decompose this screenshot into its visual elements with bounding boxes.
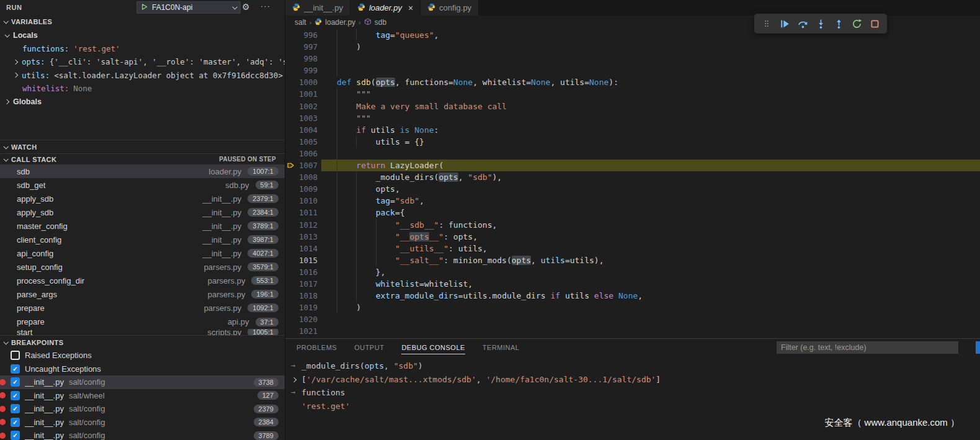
code-line[interactable]: 1019 ) [285,302,980,313]
stack-frame[interactable]: api_config__init__.py4027:1 [0,246,285,260]
code-line[interactable]: 1002 Make a very small database call [285,101,980,112]
code-line[interactable]: 997 ) [285,41,980,53]
variables-scope-locals[interactable]: Locals [0,29,285,42]
code-editor[interactable]: 996 tag="queues",997 )9989991000def sdb(… [285,29,980,338]
gutter-glyph[interactable] [285,219,297,231]
stack-frame[interactable]: prepareparsers.py1092:1 [0,301,285,315]
stack-frame[interactable]: process_config_dirparsers.py553:1 [0,274,285,287]
panel-edge-button[interactable] [976,341,980,354]
gear-icon[interactable]: ⚙ [242,2,250,11]
breakpoint-row[interactable]: ✓__init__.pysalt/config2379 [0,402,285,416]
gutter-glyph[interactable] [285,76,297,88]
code-line[interactable]: 1006 [285,148,980,159]
checkbox[interactable]: ✓ [11,391,20,400]
stack-frame[interactable]: startscripts.py1005:1 [0,329,285,335]
tab-__init__-py[interactable]: __init__.py [285,0,350,16]
stack-frame[interactable]: prepareapi.py37:1 [0,315,285,329]
exception-breakpoint[interactable]: ✓Uncaught Exceptions [0,362,285,376]
breakpoints-header[interactable]: BREAKPOINTS [0,335,285,349]
restart-icon[interactable] [850,17,863,30]
breakpoint-row[interactable]: ✓__init__.pysalt/config3738 [0,375,285,389]
panel-tab-debug-console[interactable]: DEBUG CONSOLE [401,340,465,354]
stack-frame[interactable]: master_config__init__.py3789:1 [0,219,285,233]
gutter-glyph[interactable] [285,183,297,195]
code-line[interactable]: 1013 "__opts__": opts, [285,231,980,243]
gutter-glyph[interactable] [285,278,297,290]
breadcrumb-item-symbol[interactable]: sdb [375,18,386,27]
stack-frame[interactable]: apply_sdb__init__.py2379:1 [0,192,285,205]
breakpoint-row[interactable]: ✓__init__.pysalt/config2384 [0,416,285,429]
gutter-glyph[interactable] [285,148,297,159]
close-icon[interactable]: × [408,3,413,13]
gutter-glyph[interactable] [285,171,297,183]
breakpoint-row[interactable]: ✓__init__.pysalt/config3789 [0,429,285,440]
code-line[interactable]: 1004 if utils is None: [285,124,980,136]
gutter-glyph[interactable] [285,124,297,136]
variable-utils[interactable]: utils:<salt.loader.LazyLoader object at … [0,69,285,83]
step-over-icon[interactable] [796,17,809,30]
code-line[interactable]: 1003 """ [285,112,980,124]
gutter-glyph[interactable] [285,313,297,325]
code-line[interactable]: 1007 return LazyLoader( [285,159,980,171]
code-line[interactable]: 1011 pack={ [285,207,980,218]
code-line[interactable]: 1008 _module_dirs(opts, "sdb"), [285,171,980,183]
breadcrumb-item-file[interactable]: loader.py [325,18,355,27]
code-line[interactable]: 1016 }, [285,266,980,278]
gripper-icon[interactable] [760,17,773,30]
more-actions-icon[interactable]: ··· [261,2,270,10]
gutter-glyph[interactable] [285,266,297,278]
tab-config-py[interactable]: config.py [421,0,478,16]
stack-frame[interactable]: apply_sdb__init__.py2384:1 [0,205,285,219]
code-line[interactable]: 1005 utils = {} [285,136,980,148]
gutter-glyph[interactable] [285,231,297,243]
panel-tab-terminal[interactable]: TERMINAL [483,340,520,354]
stack-frame[interactable]: parse_argsparsers.py196:1 [0,287,285,301]
continue-icon[interactable] [778,17,791,30]
code-line[interactable]: 1017 whitelist=whitelist, [285,278,980,290]
code-line[interactable]: 1015 "__salt__": minion_mods(opts, utils… [285,254,980,266]
stack-frame[interactable]: setup_configparsers.py3579:1 [0,260,285,274]
gutter-glyph[interactable] [285,53,297,65]
code-line[interactable]: 999 [285,65,980,76]
step-out-icon[interactable] [832,17,845,30]
stack-frame[interactable]: sdb_getsdb.py59:1 [0,178,285,192]
step-into-icon[interactable] [814,17,827,30]
checkbox[interactable]: ✓ [11,431,20,440]
variables-header[interactable]: VARIABLES [0,15,285,29]
gutter-glyph[interactable] [285,41,297,53]
breakpoint-row[interactable]: ✓__init__.pysalt/wheel127 [0,389,285,403]
stack-frame[interactable]: sdbloader.py1007:1 [0,164,285,178]
panel-tab-output[interactable]: OUTPUT [354,340,384,354]
variable-opts[interactable]: opts:{'__cli': 'salt-api', '__role': 'ma… [0,55,285,69]
stop-icon[interactable] [868,17,881,30]
gutter-glyph[interactable] [285,243,297,254]
console-filter-input[interactable] [777,341,958,354]
gutter-glyph[interactable] [285,254,297,266]
stack-frame[interactable]: client_config__init__.py3987:1 [0,233,285,246]
checkbox[interactable]: ✓ [11,404,20,413]
watch-header[interactable]: WATCH [0,140,285,153]
gutter-glyph[interactable] [285,207,297,218]
current-line-arrow-icon[interactable] [285,159,297,171]
code-line[interactable]: 1021 [285,325,980,337]
gutter-glyph[interactable] [285,112,297,124]
console-line[interactable]: ['/var/cache/salt/mast...xtmods/sdb', '/… [285,373,980,387]
gutter-glyph[interactable] [285,65,297,76]
expand-chevron-icon[interactable] [285,373,301,387]
gutter-glyph[interactable] [285,290,297,302]
code-line[interactable]: 1009 opts, [285,183,980,195]
code-line[interactable]: 1014 "__utils__": utils, [285,243,980,254]
gutter-glyph[interactable] [285,325,297,337]
gutter-glyph[interactable] [285,88,297,100]
gutter-glyph[interactable] [285,195,297,207]
panel-tab-problems[interactable]: PROBLEMS [296,340,337,354]
gutter-glyph[interactable] [285,29,297,41]
checkbox[interactable]: ✓ [11,364,20,374]
tab-loader-py[interactable]: loader.py× [350,0,420,16]
code-line[interactable]: 1000def sdb(opts, functions=None, whitel… [285,76,980,88]
code-line[interactable]: 1010 tag="sdb", [285,195,980,207]
code-line[interactable]: 998 [285,53,980,65]
debug-config-dropdown[interactable]: FA1C0N-api [136,1,241,14]
exception-breakpoint[interactable]: Raised Exceptions [0,349,285,362]
checkbox[interactable] [11,351,20,360]
